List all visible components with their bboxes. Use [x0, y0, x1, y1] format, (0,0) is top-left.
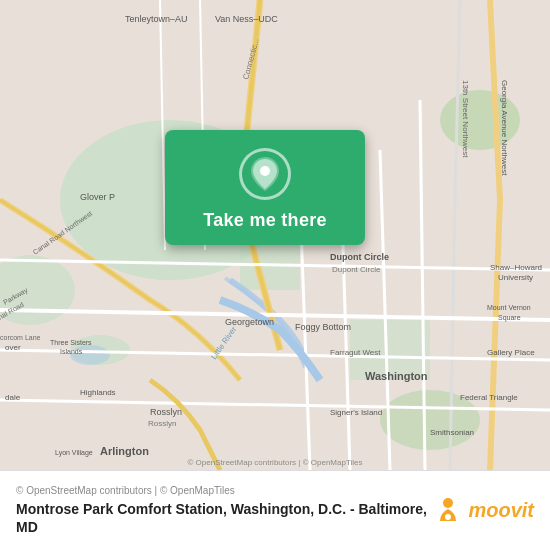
map-container: Tenleytown–AU Van Ness–UDC Glover P Conn… — [0, 0, 550, 470]
svg-text:University: University — [498, 273, 533, 282]
svg-text:Washington: Washington — [365, 370, 428, 382]
bottom-left: © OpenStreetMap contributors | © OpenMap… — [16, 485, 432, 536]
moovit-logo: moovit — [432, 495, 534, 527]
svg-text:Mount Vernon: Mount Vernon — [487, 304, 531, 311]
svg-text:Highlands: Highlands — [80, 388, 116, 397]
svg-text:Arlington: Arlington — [100, 445, 149, 457]
svg-text:corcom Lane: corcom Lane — [0, 334, 41, 341]
svg-text:Smithsonian: Smithsonian — [430, 428, 474, 437]
svg-text:© OpenStreetMap contributors |: © OpenStreetMap contributors | © OpenMap… — [188, 458, 363, 467]
svg-text:Van Ness–UDC: Van Ness–UDC — [215, 14, 278, 24]
svg-text:Lyon Village: Lyon Village — [55, 449, 93, 457]
svg-text:13th Street Northwest: 13th Street Northwest — [461, 80, 470, 158]
copyright-text: © OpenStreetMap contributors | © OpenMap… — [16, 485, 432, 496]
svg-point-44 — [260, 166, 270, 176]
svg-text:Georgia Avenue Northwest: Georgia Avenue Northwest — [500, 80, 509, 176]
svg-text:Georgetown: Georgetown — [225, 317, 274, 327]
take-me-there-button[interactable]: Take me there — [165, 130, 365, 245]
svg-text:Federal Triangle: Federal Triangle — [460, 393, 518, 402]
svg-text:Farragut West: Farragut West — [330, 348, 381, 357]
moovit-brand-text: moovit — [468, 499, 534, 522]
svg-point-45 — [443, 498, 453, 508]
svg-text:Rosslyn: Rosslyn — [150, 407, 182, 417]
svg-text:Gallery Place: Gallery Place — [487, 348, 535, 357]
svg-text:Tenleytown–AU: Tenleytown–AU — [125, 14, 188, 24]
svg-text:Dupont Circle: Dupont Circle — [330, 252, 389, 262]
svg-text:Dupont Circle: Dupont Circle — [332, 265, 381, 274]
svg-text:Three Sisters: Three Sisters — [50, 339, 92, 346]
location-title: Montrose Park Comfort Station, Washingto… — [16, 500, 432, 536]
svg-text:over: over — [5, 343, 21, 352]
svg-text:Foggy Bottom: Foggy Bottom — [295, 322, 351, 332]
svg-point-46 — [445, 514, 451, 520]
svg-text:Shaw–Howard: Shaw–Howard — [490, 263, 542, 272]
svg-text:Rosslyn: Rosslyn — [148, 419, 176, 428]
take-me-there-label: Take me there — [203, 210, 327, 231]
svg-text:dale: dale — [5, 393, 21, 402]
location-pin-icon — [239, 148, 291, 200]
svg-text:Islands: Islands — [60, 348, 83, 355]
svg-text:Glover P: Glover P — [80, 192, 115, 202]
moovit-icon — [432, 495, 464, 527]
bottom-bar: © OpenStreetMap contributors | © OpenMap… — [0, 470, 550, 550]
svg-text:Signer's Island: Signer's Island — [330, 408, 382, 417]
svg-text:Square: Square — [498, 314, 521, 322]
